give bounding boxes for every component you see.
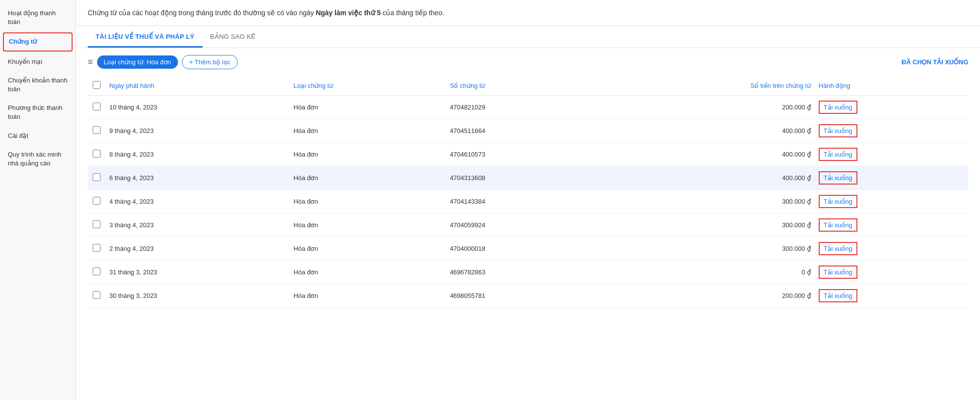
row-date-4: 6 tháng 4, 2023 <box>105 166 290 190</box>
toolbar: ≡ Loại chứng từ: Hóa đơn + Thêm bộ lọc Đ… <box>76 48 980 76</box>
table-row: 10 tháng 4, 2023 Hóa đơn 4704821029 200.… <box>88 96 968 119</box>
col-checkbox <box>88 76 105 96</box>
invoices-table: Ngày phát hành Loại chứng từ Số chứng từ… <box>88 76 968 308</box>
filter-chip-type[interactable]: Loại chứng từ: Hóa đơn <box>97 55 178 69</box>
row-checkbox-2 <box>88 119 105 143</box>
tab-tai-lieu[interactable]: TÀI LIỆU VỀ THUẾ VÀ PHÁP LÝ <box>88 26 202 48</box>
row-amount-8: 0 ₫ <box>589 261 815 284</box>
col-ngay-phat-hanh: Ngày phát hành <box>105 76 290 96</box>
row-type-2: Hóa đơn <box>290 119 446 143</box>
row-type-4: Hóa đơn <box>290 166 446 190</box>
row-checkbox-5 <box>88 190 105 213</box>
row-checkbox-9 <box>88 284 105 308</box>
row-checkbox-3 <box>88 143 105 166</box>
download-button-4[interactable]: Tải xuống <box>819 171 857 185</box>
banner-text-bold: Ngày làm việc thứ 5 <box>316 9 380 17</box>
row-type-8: Hóa đơn <box>290 261 446 284</box>
row-checkbox-input-2[interactable] <box>93 126 101 134</box>
row-checkbox-7 <box>88 237 105 261</box>
row-number-7: 4704000018 <box>446 237 589 261</box>
row-checkbox-input-3[interactable] <box>93 150 101 158</box>
sidebar-item-chung-tu[interactable]: Chứng từ <box>3 32 73 51</box>
table-row: 4 tháng 4, 2023 Hóa đơn 4704143384 300.0… <box>88 190 968 213</box>
row-checkbox-input-7[interactable] <box>93 244 101 252</box>
row-action-8: Tải xuống <box>815 261 968 284</box>
row-action-6: Tải xuống <box>815 213 968 237</box>
download-button-3[interactable]: Tải xuống <box>819 148 857 161</box>
col-loai-chung-tu: Loại chứng từ <box>290 76 446 96</box>
col-hanh-dong: Hành động <box>815 76 968 96</box>
tab-bang-sao-ke[interactable]: BẢNG SAO KÊ <box>202 26 264 48</box>
row-checkbox-input-1[interactable] <box>93 103 101 110</box>
row-number-4: 4704313608 <box>446 166 589 190</box>
col-so-chung-tu: Số chứng từ <box>446 76 589 96</box>
sidebar-item-chuyen-khoan-thanh-toan[interactable]: Chuyển khoản thanh toán <box>0 71 75 99</box>
table-row: 6 tháng 4, 2023 Hóa đơn 4704313608 400.0… <box>88 166 968 190</box>
row-action-3: Tải xuống <box>815 143 968 166</box>
row-date-1: 10 tháng 4, 2023 <box>105 96 290 119</box>
row-type-3: Hóa đơn <box>290 143 446 166</box>
filter-icon[interactable]: ≡ <box>88 57 93 67</box>
download-button-2[interactable]: Tải xuống <box>819 124 857 137</box>
row-action-5: Tải xuống <box>815 190 968 213</box>
sidebar-item-phuong-thuc-thanh-toan[interactable]: Phương thức thanh toán <box>0 99 75 126</box>
row-amount-5: 300.000 ₫ <box>589 190 815 213</box>
row-number-6: 4704059924 <box>446 213 589 237</box>
row-number-8: 4696782863 <box>446 261 589 284</box>
add-filter-button[interactable]: + Thêm bộ lọc <box>182 55 238 69</box>
row-action-4: Tải xuống <box>815 166 968 190</box>
row-checkbox-input-6[interactable] <box>93 220 101 228</box>
table-row: 9 tháng 4, 2023 Hóa đơn 4704511664 400.0… <box>88 119 968 143</box>
sidebar-item-hoat-dong-thanh-toan[interactable]: Hoạt động thanh toán <box>0 4 75 31</box>
row-checkbox-input-8[interactable] <box>93 267 101 275</box>
row-date-3: 8 tháng 4, 2023 <box>105 143 290 166</box>
table-row: 3 tháng 4, 2023 Hóa đơn 4704059924 300.0… <box>88 213 968 237</box>
download-selected-button[interactable]: ĐÃ CHỌN TẢI XUỐNG <box>902 58 968 66</box>
table-container: Ngày phát hành Loại chứng từ Số chứng từ… <box>76 76 980 400</box>
row-date-5: 4 tháng 4, 2023 <box>105 190 290 213</box>
row-amount-6: 300.000 ₫ <box>589 213 815 237</box>
row-action-1: Tải xuống <box>815 96 968 119</box>
row-amount-3: 400.000 ₫ <box>589 143 815 166</box>
row-date-6: 3 tháng 4, 2023 <box>105 213 290 237</box>
row-checkbox-input-9[interactable] <box>93 291 101 299</box>
row-date-7: 2 tháng 4, 2023 <box>105 237 290 261</box>
row-checkbox-8 <box>88 261 105 284</box>
download-button-5[interactable]: Tải xuống <box>819 195 857 208</box>
row-amount-4: 400.000 ₫ <box>589 166 815 190</box>
row-amount-9: 200.000 ₫ <box>589 284 815 308</box>
row-number-5: 4704143384 <box>446 190 589 213</box>
row-type-5: Hóa đơn <box>290 190 446 213</box>
row-date-9: 30 tháng 3, 2023 <box>105 284 290 308</box>
row-type-6: Hóa đơn <box>290 213 446 237</box>
banner-text-normal: Chứng từ của các hoạt động trong tháng t… <box>88 9 316 17</box>
row-amount-2: 400.000 ₫ <box>589 119 815 143</box>
col-so-tien: Số tiền trên chứng từ <box>589 76 815 96</box>
download-button-8[interactable]: Tải xuống <box>819 266 857 279</box>
row-number-3: 4704610573 <box>446 143 589 166</box>
download-button-1[interactable]: Tải xuống <box>819 101 857 114</box>
row-number-1: 4704821029 <box>446 96 589 119</box>
sidebar-item-cai-dat[interactable]: Cài đặt <box>0 127 75 145</box>
row-amount-7: 300.000 ₫ <box>589 237 815 261</box>
info-banner: Chứng từ của các hoạt động trong tháng t… <box>76 0 980 26</box>
tabs-container: TÀI LIỆU VỀ THUẾ VÀ PHÁP LÝBẢNG SAO KÊ <box>76 26 980 48</box>
row-type-9: Hóa đơn <box>290 284 446 308</box>
row-number-9: 4698055781 <box>446 284 589 308</box>
select-all-checkbox[interactable] <box>93 81 101 89</box>
row-type-1: Hóa đơn <box>290 96 446 119</box>
row-checkbox-input-5[interactable] <box>93 197 101 205</box>
sidebar-item-khuyen-mai[interactable]: Khuyến mại <box>0 53 75 71</box>
main-content: Chứng từ của các hoạt động trong tháng t… <box>76 0 980 400</box>
download-button-7[interactable]: Tải xuống <box>819 242 857 255</box>
row-checkbox-1 <box>88 96 105 119</box>
sidebar-item-quy-trinh-xac-minh[interactable]: Quy trình xác minh nhà quảng cáo <box>0 145 75 173</box>
table-row: 31 tháng 3, 2023 Hóa đơn 4696782863 0 ₫ … <box>88 261 968 284</box>
download-button-6[interactable]: Tải xuống <box>819 218 857 232</box>
row-date-8: 31 tháng 3, 2023 <box>105 261 290 284</box>
sidebar: Hoạt động thanh toánChứng từKhuyến mạiCh… <box>0 0 76 400</box>
download-button-9[interactable]: Tải xuống <box>819 289 857 302</box>
row-checkbox-input-4[interactable] <box>93 173 101 181</box>
row-action-2: Tải xuống <box>815 119 968 143</box>
row-action-9: Tải xuống <box>815 284 968 308</box>
